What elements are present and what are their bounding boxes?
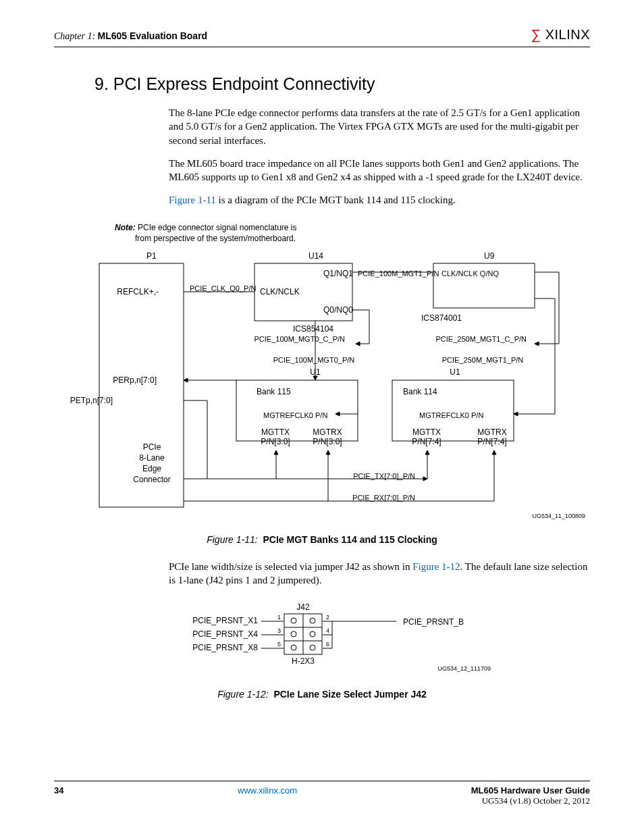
svg-text:P1: P1 — [146, 251, 157, 261]
figure-1-12-caption: Figure 1-12: PCIe Lane Size Select Jumpe… — [54, 689, 590, 700]
svg-text:PCIE_RX[7:0]_P/N: PCIE_RX[7:0]_P/N — [352, 494, 415, 502]
svg-text:MGTREFCLK0 P/N: MGTREFCLK0 P/N — [419, 411, 483, 419]
svg-text:4: 4 — [326, 627, 329, 634]
svg-text:2: 2 — [326, 614, 329, 621]
svg-text:PETp,n[7:0]: PETp,n[7:0] — [70, 396, 113, 405]
figure-1-11: P1 U14 U9 REFCLK+,- PCIE_CLK_Q0_P/N CLK/… — [59, 249, 585, 519]
svg-text:PCIE_PRSNT_X4: PCIE_PRSNT_X4 — [192, 629, 258, 639]
svg-text:PERp,n[7:0]: PERp,n[7:0] — [113, 375, 157, 385]
page-footer: 34 www.xilinx.com ML605 Hardware User Gu… — [54, 781, 590, 806]
svg-text:Bank 114: Bank 114 — [403, 387, 437, 396]
figure-link-1-12[interactable]: Figure 1-12 — [412, 561, 460, 572]
paragraph-2: The ML605 board trace impedance on all P… — [169, 157, 590, 184]
svg-text:MGTRX: MGTRX — [477, 427, 506, 437]
svg-text:PCIE_CLK_Q0_P/N: PCIE_CLK_Q0_P/N — [190, 284, 256, 292]
svg-marker-49 — [356, 342, 360, 346]
page-header: Chapter 1: ML605 Evaluation Board ∑ XILI… — [54, 27, 590, 47]
svg-text:P/N[3:0]: P/N[3:0] — [261, 437, 290, 446]
figure-1-11-caption: Figure 1-11: PCIe MGT Banks 114 and 115 … — [54, 534, 590, 545]
svg-text:PCIE_250M_MGT1_P/N: PCIE_250M_MGT1_P/N — [442, 356, 523, 364]
svg-rect-3 — [99, 263, 184, 507]
paragraph-4: PCIe lane width/size is selected via jum… — [169, 560, 590, 588]
svg-marker-65 — [425, 450, 429, 454]
svg-text:PCIE_100M_MGT0_P/N: PCIE_100M_MGT0_P/N — [273, 356, 354, 364]
paragraph-1: The 8-lane PCIe edge connector performs … — [169, 106, 590, 147]
svg-marker-64 — [274, 450, 278, 454]
svg-point-87 — [310, 645, 315, 650]
svg-text:5: 5 — [277, 641, 281, 648]
svg-text:UG534_12_111709: UG534_12_111709 — [437, 665, 491, 672]
svg-text:MGTTX: MGTTX — [261, 427, 290, 437]
svg-marker-69 — [326, 450, 330, 454]
svg-text:PCIE_250M_MGT1_C_P/N: PCIE_250M_MGT1_C_P/N — [436, 335, 527, 343]
svg-text:CLK/NCLK  Q/NQ: CLK/NCLK Q/NQ — [441, 269, 499, 278]
svg-text:Bank 115: Bank 115 — [257, 387, 291, 396]
svg-point-83 — [310, 618, 315, 623]
page-number: 34 — [54, 785, 63, 796]
svg-text:P/N[7:4]: P/N[7:4] — [477, 437, 506, 446]
svg-marker-55 — [514, 412, 518, 416]
svg-text:P/N[7:4]: P/N[7:4] — [412, 437, 441, 446]
svg-text:REFCLK+,-: REFCLK+,- — [117, 287, 159, 296]
svg-text:PCIE_PRSNT_X8: PCIE_PRSNT_X8 — [192, 643, 258, 652]
svg-text:PCIE_100M_MGT1_P/N: PCIE_100M_MGT1_P/N — [358, 269, 439, 278]
svg-text:J42: J42 — [296, 603, 310, 612]
svg-text:PCIE_PRSNT_X1: PCIE_PRSNT_X1 — [192, 616, 258, 625]
svg-marker-70 — [492, 450, 496, 454]
svg-text:6: 6 — [326, 641, 329, 648]
svg-text:Connector: Connector — [133, 475, 170, 484]
svg-text:Q0/NQ0: Q0/NQ0 — [323, 305, 353, 315]
svg-text:MGTRX: MGTRX — [313, 427, 342, 437]
note-block: Note: PCIe edge connector signal nomencl… — [115, 222, 590, 244]
svg-text:PCIE_PRSNT_B: PCIE_PRSNT_B — [403, 617, 464, 627]
svg-text:CLK/NCLK: CLK/NCLK — [260, 287, 300, 296]
svg-marker-57 — [184, 378, 188, 382]
svg-point-85 — [310, 631, 315, 637]
svg-marker-51 — [313, 376, 317, 380]
svg-text:UG534_11_100809: UG534_11_100809 — [532, 513, 585, 519]
svg-marker-72 — [336, 412, 340, 416]
svg-text:Q1/NQ1: Q1/NQ1 — [323, 269, 353, 278]
chapter-label: Chapter 1: ML605 Evaluation Board — [54, 30, 207, 42]
svg-text:1: 1 — [277, 614, 281, 621]
svg-text:PCIE_100M_MGT0_C_P/N: PCIE_100M_MGT0_C_P/N — [254, 335, 346, 343]
svg-text:Edge: Edge — [142, 464, 161, 473]
svg-text:8-Lane: 8-Lane — [139, 453, 165, 463]
svg-text:H-2X3: H-2X3 — [292, 656, 315, 666]
xilinx-logo: ∑ XILINX — [531, 27, 590, 43]
section-heading: 9. PCI Express Endpoint Connectivity — [95, 74, 590, 94]
svg-point-86 — [291, 645, 296, 650]
footer-url[interactable]: www.xilinx.com — [238, 785, 297, 796]
paragraph-3: Figure 1-11 is a diagram of the PCIe MGT… — [169, 193, 590, 207]
figure-1-12: J42 PCIE_PRSNT_X1 PCIE_PRSNT_X4 PCIE_PRS… — [153, 603, 491, 674]
svg-text:ICS854104: ICS854104 — [293, 324, 333, 334]
svg-text:3: 3 — [277, 627, 281, 634]
svg-text:U14: U14 — [308, 251, 323, 261]
svg-marker-63 — [423, 477, 427, 481]
svg-point-82 — [291, 618, 296, 623]
svg-text:PCIe: PCIe — [143, 442, 161, 452]
svg-point-84 — [291, 631, 296, 637]
svg-text:P/N[3:0]: P/N[3:0] — [313, 437, 342, 446]
svg-text:MGTREFCLK0 P/N: MGTREFCLK0 P/N — [263, 411, 327, 419]
svg-marker-45 — [535, 342, 539, 346]
figure-link-1-11[interactable]: Figure 1-11 — [169, 194, 216, 205]
svg-text:U1: U1 — [450, 367, 460, 377]
svg-text:U9: U9 — [484, 251, 495, 261]
svg-text:ICS874001: ICS874001 — [421, 313, 462, 323]
footer-doc-info: ML605 Hardware User GuideUG534 (v1.8) Oc… — [471, 785, 590, 806]
svg-text:MGTTX: MGTTX — [412, 427, 441, 437]
